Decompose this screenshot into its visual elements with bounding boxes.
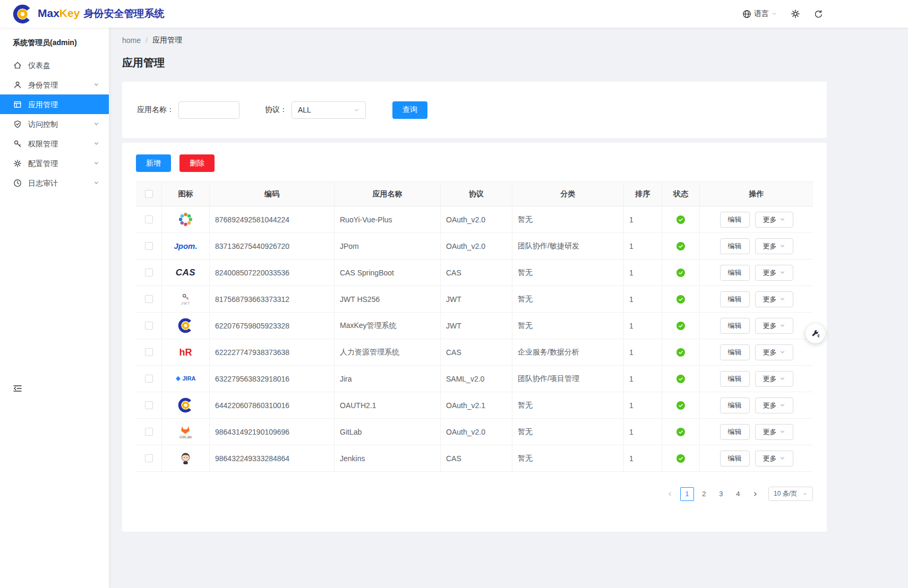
table-actions: 新增 删除 [136, 154, 813, 172]
page-button-3[interactable]: 3 [714, 487, 728, 501]
app-protocol: OAuth_v2.0 [441, 419, 512, 445]
search-button[interactable]: 查询 [392, 101, 427, 119]
more-button[interactable]: 更多 [755, 371, 793, 387]
row-checkbox[interactable] [145, 375, 153, 383]
add-button[interactable]: 新增 [136, 154, 171, 172]
row-checkbox[interactable] [145, 322, 153, 330]
more-button[interactable]: 更多 [755, 212, 793, 228]
prev-page-button[interactable] [663, 487, 677, 501]
row-checkbox[interactable] [145, 348, 153, 356]
row-checkbox[interactable] [145, 215, 153, 223]
edit-button[interactable]: 编辑 [720, 318, 750, 334]
app-category: 暂无 [512, 206, 624, 232]
app-protocol: JWT [441, 286, 512, 312]
app-sort: 1 [624, 206, 662, 232]
chevron-down-icon [779, 429, 785, 435]
sidebar-item-config[interactable]: 配置管理 [0, 153, 109, 173]
status-active-icon [676, 348, 685, 357]
app-name: OAUTH2.1 [335, 392, 441, 418]
sidebar-item-label: 日志审计 [28, 179, 58, 187]
edit-button[interactable]: 编辑 [720, 451, 750, 466]
sidebar-item-dashboard[interactable]: 仪表盘 [0, 55, 109, 75]
app-sort: 1 [624, 366, 662, 392]
row-checkbox[interactable] [145, 242, 153, 250]
status-active-icon [676, 375, 685, 383]
status-active-icon [676, 269, 685, 277]
app-icon-jpom: Jpom. [174, 235, 198, 257]
page-button-1[interactable]: 1 [680, 487, 694, 501]
more-button[interactable]: 更多 [755, 424, 793, 440]
page-button-4[interactable]: 4 [731, 487, 745, 501]
row-checkbox[interactable] [145, 454, 153, 462]
table-row: 622076759805923328MaxKey管理系统JWT暂无1编辑更多 [136, 313, 813, 339]
col-header-icon: 图标 [162, 182, 210, 206]
row-checkbox[interactable] [145, 295, 153, 303]
app-icon-jira: JIRA [174, 368, 198, 390]
app-name-label: 应用名称： [137, 105, 174, 115]
more-button[interactable]: 更多 [755, 344, 793, 360]
app-sort: 1 [624, 392, 662, 418]
breadcrumb-home-link[interactable]: home [122, 36, 141, 45]
protocol-select[interactable]: ALL [292, 101, 366, 119]
table-body: 876892492581044224RuoYi-Vue-PlusOAuth_v2… [136, 206, 813, 472]
table-row: 986432249333284864JenkinsCAS暂无1编辑更多 [136, 445, 813, 472]
sidebar-item-identity[interactable]: 身份管理 [0, 75, 109, 94]
edit-button[interactable]: 编辑 [720, 291, 750, 307]
page-button-2[interactable]: 2 [697, 487, 711, 501]
app-code: 622076759805923328 [210, 313, 335, 339]
brand[interactable]: MaxKey身份安全管理系统 [12, 3, 164, 25]
chevron-down-icon [93, 82, 99, 88]
edit-button[interactable]: 编辑 [720, 238, 750, 254]
breadcrumb-separator: / [145, 36, 148, 45]
edit-button[interactable]: 编辑 [720, 265, 750, 281]
edit-button[interactable]: 编辑 [720, 424, 750, 440]
chevron-down-icon [93, 141, 99, 146]
app-sort: 1 [624, 419, 662, 445]
more-button[interactable]: 更多 [755, 238, 793, 254]
sidebar-item-access[interactable]: 访问控制 [0, 114, 109, 134]
next-page-button[interactable] [748, 487, 762, 501]
app-icon-jwt: JWT [174, 288, 198, 310]
app-icon [13, 100, 22, 109]
language-menu[interactable]: 语言 [742, 9, 777, 19]
chevron-down-icon [779, 376, 785, 382]
collapse-sidebar-button[interactable] [13, 384, 22, 393]
app-code: 644220607860310016 [210, 392, 335, 418]
more-button[interactable]: 更多 [755, 265, 793, 281]
edit-button[interactable]: 编辑 [720, 344, 750, 360]
theme-settings-button[interactable] [806, 324, 825, 343]
select-all-checkbox[interactable] [145, 190, 153, 198]
more-button[interactable]: 更多 [755, 397, 793, 413]
sidebar-item-app[interactable]: 应用管理 [0, 94, 109, 114]
app-code: 837136275440926720 [210, 233, 335, 259]
row-checkbox[interactable] [145, 401, 153, 409]
app-category: 企业服务/数据分析 [512, 339, 624, 365]
more-button[interactable]: 更多 [755, 291, 793, 307]
page-size-select[interactable]: 10 条/页 [768, 487, 813, 501]
maxkey-logo-icon [12, 3, 33, 25]
page-size-value: 10 条/页 [774, 489, 797, 498]
table-row: JWT817568793663373312JWT HS256JWT暂无1编辑更多 [136, 286, 813, 313]
breadcrumb-current: 应用管理 [152, 36, 182, 45]
edit-button[interactable]: 编辑 [720, 397, 750, 413]
more-button[interactable]: 更多 [755, 318, 793, 334]
page-title: 应用管理 [122, 56, 827, 69]
more-button[interactable]: 更多 [755, 451, 793, 466]
chevron-down-icon [772, 11, 777, 16]
logout-icon[interactable] [814, 10, 823, 19]
sidebar-item-audit[interactable]: 日志审计 [0, 173, 109, 193]
app-protocol: OAuth_v2.0 [441, 233, 512, 259]
app-sort: 1 [624, 339, 662, 365]
gear-icon[interactable] [791, 9, 800, 19]
sidebar-item-label: 配置管理 [28, 160, 58, 167]
app-icon-jenkins [174, 447, 198, 470]
delete-button[interactable]: 删除 [179, 154, 215, 172]
access-icon [13, 119, 22, 128]
edit-button[interactable]: 编辑 [720, 371, 750, 387]
row-checkbox[interactable] [145, 428, 153, 436]
app-name-input[interactable] [178, 101, 239, 119]
row-checkbox[interactable] [145, 269, 153, 276]
app-icon-maxkey [174, 394, 198, 417]
edit-button[interactable]: 编辑 [720, 212, 750, 228]
sidebar-item-permission[interactable]: 权限管理 [0, 134, 109, 153]
